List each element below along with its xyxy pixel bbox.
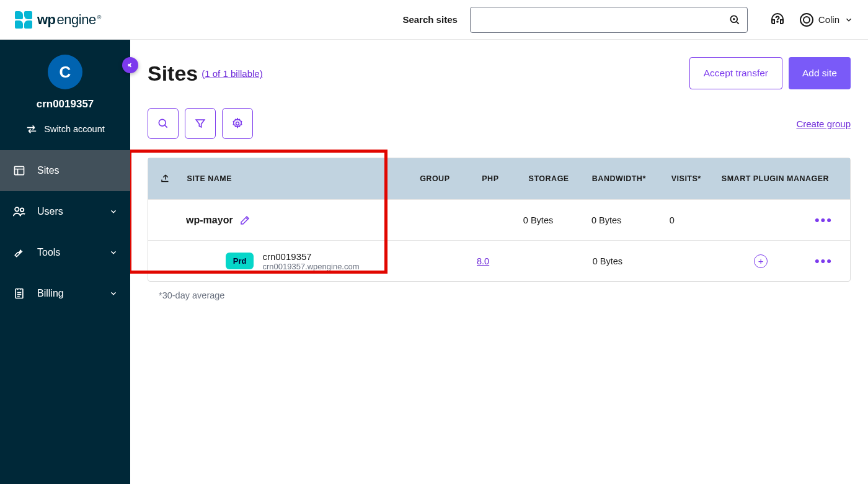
search-box[interactable] <box>470 7 748 33</box>
brand-wp: wp <box>37 12 56 28</box>
accept-transfer-button[interactable]: Accept transfer <box>689 57 782 89</box>
table-row[interactable]: Prd crn0019357 crn0019357.wpengine.com 8… <box>148 240 850 281</box>
users-icon <box>12 205 26 218</box>
brand-engine: engine <box>57 12 96 28</box>
sidebar-item-billing[interactable]: Billing <box>0 273 130 314</box>
help-icon[interactable] <box>770 12 785 27</box>
svg-point-2 <box>777 21 778 22</box>
chevron-down-icon <box>109 248 118 257</box>
chevron-down-icon <box>109 207 118 216</box>
svg-point-4 <box>15 207 19 211</box>
brand-registered: ® <box>97 14 102 20</box>
svg-point-8 <box>236 122 239 125</box>
search-label: Search sites <box>402 14 457 25</box>
env-domain: crn0019357.wpengine.com <box>262 262 359 271</box>
search-icon <box>157 117 169 130</box>
tools-icon <box>12 246 26 259</box>
table-footnote: *30-day average <box>159 290 851 300</box>
cell-storage: 0 Bytes <box>507 215 570 225</box>
row-actions-button[interactable]: ••• <box>815 212 833 228</box>
search-input[interactable] <box>477 15 728 25</box>
create-group-link[interactable]: Create group <box>796 119 851 129</box>
table-row[interactable]: wp-mayor 0 Bytes 0 Bytes 0 ••• <box>148 199 850 240</box>
sidebar-item-label: Users <box>37 206 63 217</box>
chevron-down-icon <box>844 16 853 24</box>
col-spm[interactable]: SMART PLUGIN MANAGER <box>715 174 833 183</box>
svg-point-1 <box>733 18 735 20</box>
table-header-row: SITE NAME GROUP PHP STORAGE BANDWIDTH* V… <box>148 158 850 199</box>
php-version-link[interactable]: 8.0 <box>477 256 489 266</box>
col-site-name[interactable]: SITE NAME <box>184 174 406 183</box>
brand-mark-icon <box>15 11 32 29</box>
billable-link[interactable]: (1 of 1 billable) <box>202 68 262 79</box>
account-block: C crn0019357 Switch account <box>0 40 130 150</box>
page-title: Sites <box>148 61 198 86</box>
sidebar-nav: Sites Users Tools Billing <box>0 150 130 314</box>
col-visits[interactable]: VISITS* <box>657 174 715 183</box>
sidebar: C crn0019357 Switch account Sites Use <box>0 40 130 484</box>
account-name: crn0019357 <box>6 98 124 110</box>
table-toolbar: Create group <box>148 108 851 139</box>
add-site-button[interactable]: Add site <box>789 57 851 89</box>
edit-icon[interactable] <box>239 215 250 226</box>
header-actions: Accept transfer Add site <box>689 57 851 89</box>
col-storage[interactable]: STORAGE <box>516 174 581 183</box>
switch-account-button[interactable]: Switch account <box>6 119 124 139</box>
add-spm-button[interactable]: + <box>754 254 768 268</box>
brand-text: wp engine ® <box>37 12 101 28</box>
env-name: crn0019357 <box>262 251 359 262</box>
gear-icon <box>231 117 244 130</box>
share-column-icon[interactable] <box>148 173 184 184</box>
topbar-actions: Colin <box>770 12 853 27</box>
svg-rect-3 <box>15 166 24 174</box>
switch-icon <box>25 124 38 134</box>
sites-table: SITE NAME GROUP PHP STORAGE BANDWIDTH* V… <box>148 158 851 282</box>
site-name: wp-mayor <box>186 215 233 226</box>
col-group[interactable]: GROUP <box>405 174 464 183</box>
svg-point-5 <box>20 208 24 212</box>
main-content: Sites (1 of 1 billable) Accept transfer … <box>130 40 868 484</box>
cell-bandwidth: 0 Bytes <box>570 215 644 225</box>
page-header: Sites (1 of 1 billable) Accept transfer … <box>148 57 851 89</box>
user-menu[interactable]: Colin <box>800 13 853 27</box>
cell-visits: 0 <box>644 215 701 225</box>
svg-point-7 <box>159 119 166 126</box>
row-actions-button[interactable]: ••• <box>815 253 833 269</box>
user-name: Colin <box>818 14 839 25</box>
table-filter-button[interactable] <box>185 108 216 139</box>
cell-bandwidth: 0 Bytes <box>571 256 645 266</box>
sidebar-item-label: Billing <box>37 288 64 299</box>
filter-icon <box>194 117 206 130</box>
env-badge: Prd <box>226 253 254 269</box>
user-avatar-icon <box>800 13 813 27</box>
switch-account-label: Switch account <box>44 124 105 134</box>
sidebar-item-users[interactable]: Users <box>0 191 130 232</box>
sites-icon <box>12 164 26 177</box>
table-search-button[interactable] <box>148 108 179 139</box>
search-icon[interactable] <box>728 14 741 26</box>
billing-icon <box>12 287 26 300</box>
col-bandwidth[interactable]: BANDWIDTH* <box>581 174 657 183</box>
account-avatar: C <box>48 55 82 89</box>
sidebar-item-label: Tools <box>37 247 60 258</box>
col-php[interactable]: PHP <box>464 174 516 183</box>
sidebar-item-label: Sites <box>37 165 60 176</box>
topbar: wp engine ® Search sites Colin <box>0 0 868 40</box>
sidebar-item-sites[interactable]: Sites <box>0 150 130 191</box>
chevron-down-icon <box>109 289 118 298</box>
table-settings-button[interactable] <box>222 108 253 139</box>
sidebar-item-tools[interactable]: Tools <box>0 232 130 273</box>
brand-logo[interactable]: wp engine ® <box>15 11 101 29</box>
